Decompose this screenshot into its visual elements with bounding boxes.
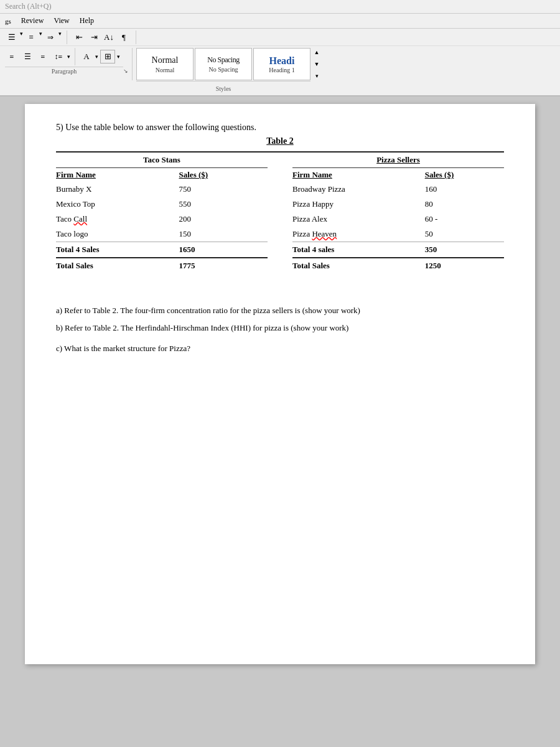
pizza-sales-3: 50 <box>421 227 504 242</box>
style-card-normal[interactable]: Normal Normal <box>136 48 194 80</box>
taco-row-2: Taco Call 200 <box>56 212 268 227</box>
taco-col2-header: Sales ($) <box>175 168 268 182</box>
menu-bar: gs Review View Help <box>0 14 560 29</box>
tables-container: Taco Stans Firm Name Sales ($) Burnaby X… <box>56 151 504 273</box>
taco-total-value: 1775 <box>175 258 268 273</box>
pizza-sales-1: 80 <box>421 197 504 212</box>
question-a: a) Refer to Table 2. The four-firm conce… <box>56 304 504 317</box>
search-bar-row: Search (Alt+Q) <box>0 0 560 14</box>
pizza-total4-row: Total 4 sales 350 <box>292 242 504 258</box>
menu-review[interactable]: Review <box>21 16 44 26</box>
pizza-col2-header: Sales ($) <box>421 168 504 182</box>
taco-total-label: Total Sales <box>56 258 175 273</box>
pilcrow-icon[interactable]: ¶ <box>117 31 131 44</box>
align-left-icon[interactable]: ≡ <box>5 50 19 63</box>
pizza-table: Pizza Sellers Firm Name Sales ($) Broadw… <box>292 153 504 273</box>
taco-total4-value: 1650 <box>175 242 268 258</box>
style-card-heading1-preview: Headi <box>269 55 295 67</box>
pizza-sales-2: 60 - <box>421 212 504 227</box>
taco-row-0: Burnaby X 750 <box>56 182 268 197</box>
shading-dropdown-icon[interactable]: ▾ <box>95 54 98 60</box>
align-center-icon[interactable]: ☰ <box>21 50 34 63</box>
taco-row-1: Mexico Top 550 <box>56 197 268 212</box>
align-right-icon[interactable]: ≡ <box>36 50 50 63</box>
document-page: 5) Use the table below to answer the fol… <box>25 104 535 664</box>
menu-help[interactable]: Help <box>80 16 94 26</box>
taco-section-header: Taco Stans <box>56 153 268 168</box>
border-icon[interactable]: ⊞ <box>100 50 115 63</box>
pizza-total4-value: 350 <box>421 242 504 258</box>
pizza-row-1: Pizza Happy 80 <box>292 197 504 212</box>
align-outdent-icon[interactable]: ⇥ <box>87 31 101 44</box>
list-icon-group: ☰ ▾ ≡ ▾ ⇒ ▾ <box>5 31 67 44</box>
taco-table: Taco Stans Firm Name Sales ($) Burnaby X… <box>56 153 268 273</box>
styles-label: Styles <box>136 85 310 92</box>
styles-up-icon[interactable]: ▲ <box>314 49 320 55</box>
style-card-heading1-label: Heading 1 <box>269 67 294 73</box>
taco-sales-3: 150 <box>175 227 268 242</box>
question-b: b) Refer to Table 2. The Herfindahl-Hirs… <box>56 322 504 334</box>
styles-more-button[interactable]: ▲ ▼ ▾ <box>312 48 322 80</box>
list-bullets-icon[interactable]: ☰ <box>5 31 19 44</box>
paragraph-label-row: Paragraph ↘ <box>5 67 128 77</box>
style-card-no-spacing[interactable]: No Spacing No Spacing <box>195 48 252 80</box>
questions-section: a) Refer to Table 2. The four-firm conce… <box>56 304 504 355</box>
pizza-total-value: 1250 <box>421 258 504 273</box>
pizza-firm-0: Broadway Pizza <box>292 182 421 197</box>
ribbon-row2: ≡ ☰ ≡ ↕≡ ▾ A ▾ ⊞ ▾ Paragraph ↘ Normal No… <box>0 46 560 96</box>
style-card-no-spacing-label: No Spacing <box>209 66 238 73</box>
divider2 <box>132 48 133 80</box>
pizza-row-2: Pizza Alex 60 - <box>292 212 504 227</box>
taco-firm-2: Taco Call <box>56 212 175 227</box>
taco-firm-1: Mexico Top <box>56 197 175 212</box>
list-dropdown-icon[interactable]: ▾ <box>20 31 23 44</box>
pizza-firm-1: Pizza Happy <box>292 197 421 212</box>
taco-total4-label: Total 4 Sales <box>56 242 175 258</box>
taco-total4-row: Total 4 Sales 1650 <box>56 242 268 258</box>
pizza-section-header: Pizza Sellers <box>292 153 504 168</box>
list-indent-dropdown-icon[interactable]: ▾ <box>58 31 62 44</box>
line-spacing-dropdown-icon[interactable]: ▾ <box>67 54 70 60</box>
style-card-normal-preview: Normal <box>152 55 179 65</box>
pizza-total-label: Total Sales <box>292 258 421 273</box>
taco-firm-3: Taco logo <box>56 227 175 242</box>
paragraph-controls: ≡ ☰ ≡ ↕≡ ▾ A ▾ ⊞ ▾ Paragraph ↘ <box>5 48 128 77</box>
taco-sales-1: 550 <box>175 197 268 212</box>
styles-panel: Normal Normal No Spacing No Spacing Head… <box>136 48 322 95</box>
sort-icon[interactable]: A↓ <box>102 31 116 44</box>
border-dropdown-icon[interactable]: ▾ <box>117 54 120 60</box>
question-c: c) What is the market structure for Pizz… <box>56 342 504 355</box>
line-spacing-icon[interactable]: ↕≡ <box>52 50 65 63</box>
list-num-dropdown-icon[interactable]: ▾ <box>39 31 42 44</box>
taco-col1-header: Firm Name <box>56 168 175 182</box>
taco-total-row: Total Sales 1775 <box>56 258 268 273</box>
list-indent-icon[interactable]: ⇒ <box>44 31 57 44</box>
taco-firm-0: Burnaby X <box>56 182 175 197</box>
pizza-row-3: Pizza Heaven 50 <box>292 227 504 242</box>
paragraph-expand-icon[interactable]: ↘ <box>123 68 128 74</box>
paragraph-label: Paragraph <box>5 67 123 75</box>
align-indent-icon[interactable]: ⇤ <box>72 31 86 44</box>
search-placeholder: Search (Alt+Q) <box>5 2 51 11</box>
pizza-table-container: Pizza Sellers Firm Name Sales ($) Broadw… <box>292 153 504 273</box>
style-card-heading1[interactable]: Headi Heading 1 <box>253 48 310 80</box>
taco-row-3: Taco logo 150 <box>56 227 268 242</box>
content-area: 5) Use the table below to answer the fol… <box>0 96 560 747</box>
menu-view[interactable]: View <box>54 16 69 26</box>
style-card-no-spacing-preview: No Spacing <box>207 55 239 65</box>
pizza-firm-3: Pizza Heaven <box>292 227 421 242</box>
menu-gs[interactable]: gs <box>5 17 11 25</box>
pizza-row-0: Broadway Pizza 160 <box>292 182 504 197</box>
styles-down-icon[interactable]: ▼ <box>314 61 320 67</box>
list-num-icon[interactable]: ≡ <box>24 31 38 44</box>
pizza-total-row: Total Sales 1250 <box>292 258 504 273</box>
pizza-col1-header: Firm Name <box>292 168 421 182</box>
table-title: Table 2 <box>56 136 504 146</box>
alignment-group: ⇤ ⇥ A↓ ¶ <box>72 31 136 44</box>
styles-expand-icon[interactable]: ▾ <box>315 73 319 79</box>
shading-icon[interactable]: A <box>80 50 93 63</box>
pizza-sales-0: 160 <box>421 182 504 197</box>
question-intro: 5) Use the table below to answer the fol… <box>56 123 504 133</box>
style-card-normal-label: Normal <box>156 67 175 73</box>
pizza-total4-label: Total 4 sales <box>292 242 421 258</box>
